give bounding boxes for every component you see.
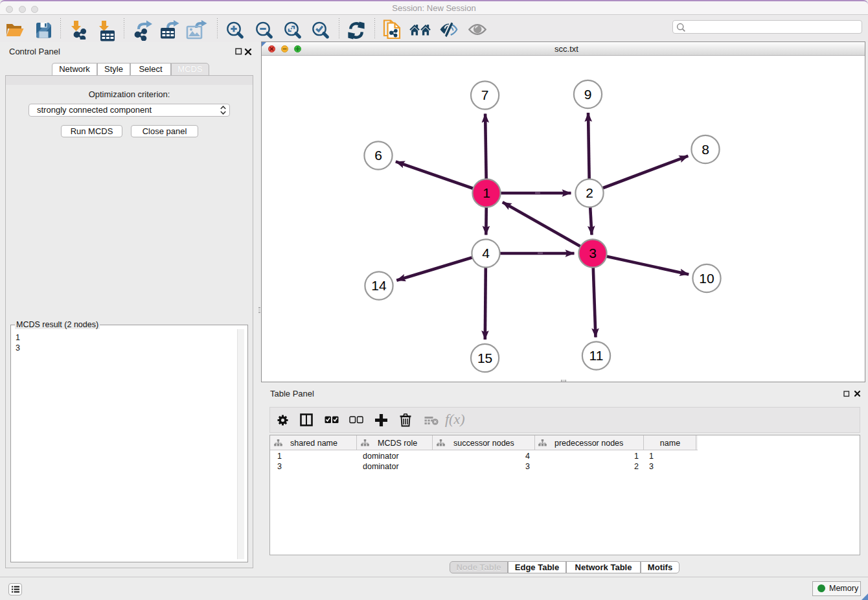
svg-text:8: 8 [702,142,709,157]
svg-text:7: 7 [481,87,489,102]
svg-text:15: 15 [477,351,492,365]
svg-text:10: 10 [699,271,714,286]
svg-text:6: 6 [374,148,382,163]
svg-text:11: 11 [589,348,604,363]
svg-text:14: 14 [371,278,387,293]
svg-text:1: 1 [483,185,490,200]
svg-text:9: 9 [584,87,592,102]
svg-text:4: 4 [482,246,490,260]
svg-text:3: 3 [589,246,597,260]
svg-text:2: 2 [586,185,593,200]
